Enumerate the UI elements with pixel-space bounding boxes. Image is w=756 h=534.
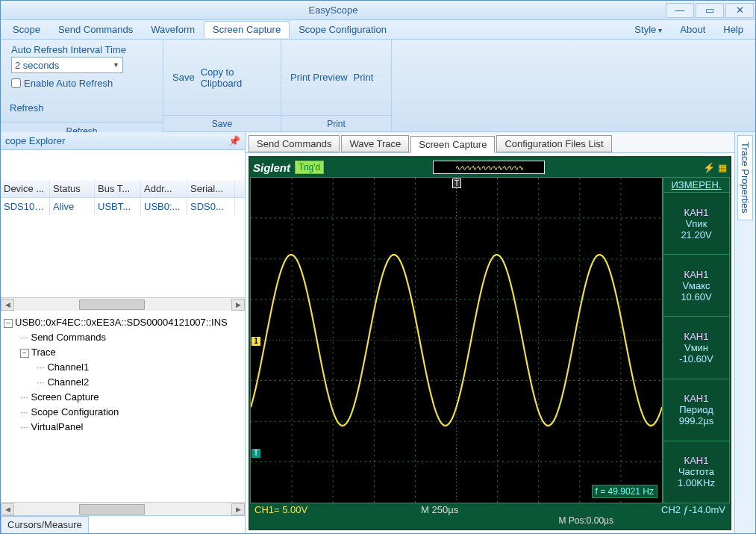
- tree-item-send-commands[interactable]: Send Commands: [31, 332, 105, 343]
- scope-explorer-panel: cope Explorer 📌 Device ...StatusBus T...…: [1, 132, 246, 533]
- tab-send-commands[interactable]: Send Commands: [249, 135, 340, 152]
- tab-wave-trace[interactable]: Wave Trace: [341, 135, 409, 152]
- device-grid: Device ...StatusBus T...Addr...Serial...…: [1, 180, 245, 311]
- ribbon: Auto Refresh Interval Time 2 seconds ▼ E…: [1, 40, 755, 132]
- ch1-scale: CH1= 5.00V: [254, 504, 307, 515]
- measurement-item: КАН1Vмакс10.60V: [663, 255, 730, 317]
- scope-explorer-header: cope Explorer 📌: [1, 132, 245, 150]
- scroll-left-icon[interactable]: ◀: [1, 503, 14, 515]
- maximize-button[interactable]: ▭: [696, 3, 724, 18]
- ribbon-label-print: Print: [281, 115, 391, 131]
- grid-header[interactable]: Bus T...: [95, 180, 141, 197]
- device-row[interactable]: SDS1022...AliveUSBT...USB0:...SDS0...: [1, 198, 245, 215]
- measurement-item: КАН1Vпик21.20V: [663, 193, 730, 255]
- enable-auto-refresh-checkbox[interactable]: Enable Auto Refresh: [11, 78, 113, 89]
- grid-hscrollbar[interactable]: ◀ ▶: [1, 297, 245, 311]
- style-menu[interactable]: Style: [625, 21, 671, 38]
- ch2-trigger: CH2 ƒ-14.0mV: [661, 504, 725, 515]
- device-tree[interactable]: −USB0::0xF4EC::0xEE3A::SDS00004121007::I…: [1, 311, 245, 502]
- minimize-button[interactable]: ―: [666, 3, 694, 18]
- trigger-level-marker: T: [252, 449, 260, 458]
- scope-icon: ⚡: [703, 162, 715, 173]
- auto-refresh-label: Auto Refresh Interval Time: [11, 44, 126, 55]
- waveform-overview: ∿∿∿∿∿∿∿∿∿∿∿∿∿: [433, 161, 545, 174]
- frequency-readout: f = 49.9021 Hz: [592, 485, 657, 498]
- m-position: M Pos:0.00µs: [558, 515, 613, 526]
- center-tabs: Send CommandsWave TraceScreen CaptureCon…: [246, 132, 734, 153]
- print-preview-button[interactable]: Print Preview: [287, 67, 351, 87]
- measurement-item: КАН1Период999.2µs: [663, 379, 730, 441]
- grid-header[interactable]: Device ...: [1, 180, 50, 197]
- oscilloscope-screen: Siglent Trig'd ∿∿∿∿∿∿∿∿∿∿∿∿∿ ⚡ ▦: [249, 156, 731, 530]
- tree-item-scope-config[interactable]: Scope Configuration: [31, 406, 119, 417]
- grid-header[interactable]: Serial...: [187, 180, 235, 197]
- ribbon-group-print: Print Preview Print Print: [281, 40, 392, 131]
- expand-icon[interactable]: −: [20, 349, 29, 358]
- ribbon-group-save: Save Copy to Clipboard Save: [163, 40, 281, 131]
- combo-value: 2 seconds: [15, 60, 59, 71]
- grid-cell: USB0:...: [141, 198, 187, 215]
- scroll-right-icon[interactable]: ▶: [231, 299, 245, 311]
- close-button[interactable]: ✕: [725, 3, 754, 18]
- window-title: EasyScope: [1, 4, 666, 16]
- copy-clipboard-button[interactable]: Copy to Clipboard: [198, 62, 275, 93]
- measurements-title: ИЗМЕРЕН.: [663, 177, 730, 193]
- menu-send-commands[interactable]: Send Commands: [49, 21, 142, 38]
- tab-screen-capture[interactable]: Screen Capture: [410, 136, 495, 153]
- center-area: Send CommandsWave TraceScreen CaptureCon…: [246, 132, 734, 533]
- tree-item-screen-capture[interactable]: Screen Capture: [31, 391, 99, 403]
- tree-hscrollbar[interactable]: ◀ ▶: [1, 502, 245, 515]
- tree-item-virtual-panel[interactable]: VirtualPanel: [31, 421, 83, 432]
- about-menu[interactable]: About: [671, 21, 714, 38]
- workspace: cope Explorer 📌 Device ...StatusBus T...…: [1, 132, 755, 533]
- tab-trace-properties[interactable]: Trace Properties: [737, 135, 753, 220]
- ribbon-label-save: Save: [163, 115, 281, 131]
- right-dock: Trace Properties: [734, 132, 755, 533]
- refresh-button[interactable]: Refresh: [7, 98, 47, 118]
- measurements-panel: ИЗМЕРЕН. КАН1Vпик21.20VКАН1Vмакс10.60VКА…: [663, 177, 730, 503]
- enable-auto-refresh-input[interactable]: [11, 78, 21, 88]
- grid-header[interactable]: Addr...: [141, 180, 187, 197]
- grid-cell: SDS0...: [187, 198, 235, 215]
- menu-waveform[interactable]: Waveform: [142, 21, 204, 38]
- tree-item-trace[interactable]: Trace: [31, 347, 56, 358]
- chevron-down-icon: ▼: [113, 61, 119, 69]
- ribbon-group-refresh: Auto Refresh Interval Time 2 seconds ▼ E…: [1, 40, 163, 131]
- scroll-thumb[interactable]: [79, 299, 144, 310]
- tab-configuration-files-list[interactable]: Configuration Files List: [496, 135, 611, 152]
- scope-icon: ▦: [718, 162, 727, 173]
- tree-item-channel2[interactable]: Channel2: [47, 376, 89, 388]
- measurement-item: КАН1Частота1.00KHz: [663, 441, 730, 503]
- menu-screen-capture[interactable]: Screen Capture: [204, 21, 290, 38]
- expand-icon[interactable]: −: [4, 319, 13, 328]
- help-menu[interactable]: Help: [714, 21, 752, 38]
- titlebar: EasyScope ― ▭ ✕: [1, 1, 755, 20]
- timebase: M 250µs: [421, 504, 458, 515]
- print-button[interactable]: Print: [351, 67, 377, 87]
- scroll-right-icon[interactable]: ▶: [231, 503, 245, 515]
- channel-marker: 1: [252, 337, 260, 346]
- save-button[interactable]: Save: [169, 67, 198, 87]
- refresh-interval-combo[interactable]: 2 seconds ▼: [11, 57, 123, 73]
- pin-icon[interactable]: 📌: [228, 135, 240, 147]
- tree-root[interactable]: USB0::0xF4EC::0xEE3A::SDS00004121007::IN…: [15, 317, 228, 328]
- grid-header[interactable]: Status: [50, 180, 95, 197]
- grid-cell: SDS1022...: [1, 198, 50, 215]
- menubar: ScopeSend CommandsWaveformScreen Capture…: [1, 20, 755, 40]
- trigger-status: Trig'd: [295, 161, 324, 174]
- tab-cursors-measure[interactable]: Cursors/Measure: [1, 516, 89, 533]
- tree-item-channel1[interactable]: Channel1: [47, 361, 89, 373]
- menu-scope[interactable]: Scope: [4, 21, 49, 38]
- grid-cell: USBT...: [95, 198, 141, 215]
- brand-logo: Siglent: [253, 161, 290, 174]
- trigger-marker: T: [452, 178, 461, 188]
- scroll-left-icon[interactable]: ◀: [1, 299, 14, 311]
- grid-cell: Alive: [50, 198, 95, 215]
- scroll-thumb[interactable]: [79, 504, 144, 515]
- measurement-item: КАН1Vмин-10.60V: [663, 317, 730, 379]
- waveform-grid: T 1 T f = 49.9021 Hz: [250, 177, 663, 503]
- menu-scope-configuration[interactable]: Scope Configuration: [290, 21, 396, 38]
